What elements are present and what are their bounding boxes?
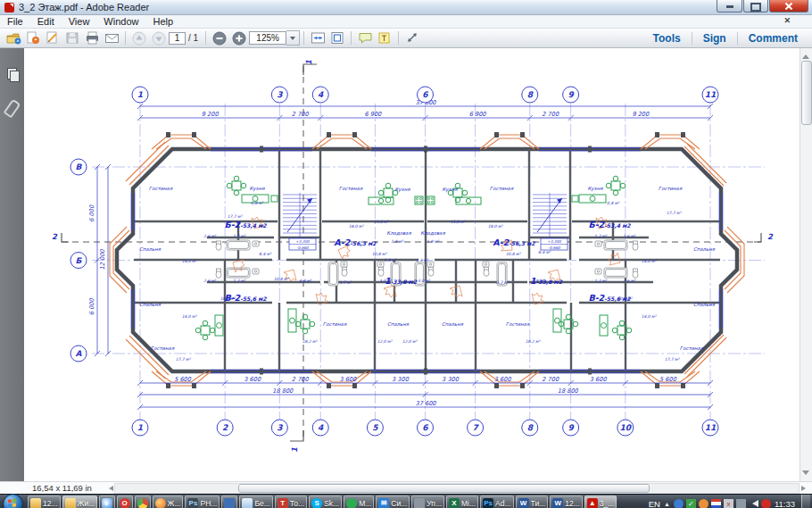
clock[interactable]: 11:33 (775, 499, 795, 508)
menu-edit[interactable]: Edit (30, 16, 62, 27)
flag-icon[interactable] (711, 499, 721, 508)
taskbar-button-total[interactable]: TТо... (275, 496, 307, 508)
title-bar[interactable]: 3_2 Этаж.pdf - Adobe Reader (0, 0, 812, 15)
restore-button[interactable] (743, 0, 768, 12)
taskbar-button-word[interactable]: W12... (550, 496, 583, 508)
horizontal-scrollbar[interactable] (114, 483, 800, 494)
fit-width-button[interactable] (309, 30, 327, 46)
zoom-out-button[interactable] (211, 30, 228, 46)
sign-pen-icon (46, 31, 60, 45)
attachments-icon[interactable] (7, 100, 17, 117)
page-size-label: 16,54 x 11,69 in (32, 483, 92, 493)
horizontal-scroll-thumb[interactable] (238, 484, 650, 493)
plan-label: 1,2 м² (233, 234, 246, 238)
taskbar-button-psgray[interactable]: PsPH... (185, 496, 220, 508)
create-pdf-button[interactable] (24, 30, 42, 46)
language-indicator[interactable]: EN (649, 499, 660, 508)
document-close-icon[interactable]: ✕ (783, 16, 791, 25)
shield-check-icon[interactable]: ✓ (686, 499, 696, 508)
sign-tab[interactable]: Sign (692, 32, 737, 45)
plan-label: 3,0 м² (379, 279, 393, 283)
taskbar-button-tool[interactable]: Уп... (411, 496, 444, 508)
fit-page-button[interactable] (328, 30, 346, 46)
taskbar-button-label: Си... (391, 499, 407, 508)
user-blue-icon[interactable] (674, 499, 684, 508)
scroll-right-icon[interactable] (801, 486, 808, 491)
menu-help[interactable]: Help (145, 16, 180, 27)
taskbar-button-firefox[interactable]: Ж... (153, 496, 184, 508)
share-button[interactable] (403, 30, 421, 46)
taskbar-button-label: Sk... (324, 499, 339, 508)
taskbar-button-bluewin[interactable]: Бе... (239, 496, 272, 508)
open-button[interactable] (4, 30, 22, 46)
scroll-down-icon[interactable] (802, 471, 809, 479)
volume-icon[interactable] (749, 500, 758, 507)
taskbar-button-mail[interactable]: ✉Си... (376, 496, 410, 508)
sign-pen-button[interactable] (44, 30, 62, 46)
ie-icon: e (102, 498, 112, 508)
adobe-reader-window: 3_2 Этаж.pdf - Adobe Reader File Edit Vi… (0, 0, 812, 508)
plan-label: 12,0 м² (402, 339, 418, 344)
menu-view[interactable]: View (62, 16, 97, 27)
vertical-scrollbar[interactable] (800, 48, 812, 481)
plan-label: 4 (318, 90, 324, 99)
zoom-level-value[interactable]: 125% (249, 31, 286, 45)
taskbar-button-folder[interactable]: Жи... (62, 496, 97, 508)
taskbar-button-ie[interactable]: e (99, 496, 115, 508)
network-error-icon[interactable]: x (724, 499, 733, 508)
taskbar-button-folder[interactable]: 12... (28, 496, 61, 508)
tray-expand-icon[interactable]: ▲ (664, 501, 670, 507)
next-page-button[interactable] (150, 30, 168, 46)
start-button[interactable] (3, 494, 23, 508)
taskbar-button-acrobat[interactable]: ▲3_... (584, 496, 617, 508)
show-desktop-button[interactable] (801, 495, 810, 508)
alert-icon[interactable] (761, 499, 771, 508)
tools-tab[interactable]: Tools (642, 32, 692, 45)
taskbar-button-word[interactable]: WТи... (516, 496, 549, 508)
previous-page-button[interactable] (130, 30, 148, 46)
plan-label: 1,2 м² (594, 234, 608, 238)
taskbar-button-ps[interactable]: PsAd... (480, 496, 513, 508)
taskbar-button-label: Ти... (531, 499, 546, 508)
email-button[interactable] (103, 30, 120, 46)
taskbar-button-agent[interactable]: М... (344, 496, 374, 508)
navigation-pane (0, 48, 24, 481)
comment-tab[interactable]: Comment (738, 32, 808, 45)
page-thumbnails-icon[interactable] (7, 68, 18, 80)
taskbar-button-chrome[interactable] (135, 496, 151, 508)
bluewin-icon (242, 498, 253, 508)
plan-label: Кладовая (386, 230, 411, 236)
plan-label: 18,2 м² (526, 339, 542, 344)
vertical-scroll-thumb[interactable] (801, 61, 812, 125)
messenger-icon[interactable] (699, 499, 708, 508)
text-note-button[interactable] (376, 30, 394, 46)
menu-window[interactable]: Window (96, 16, 145, 27)
close-button[interactable] (769, 0, 808, 12)
display-icon[interactable] (736, 499, 746, 508)
taskbar-button-excel[interactable]: XMi... (446, 496, 478, 508)
taskbar-button-skype[interactable]: SSk... (309, 496, 342, 508)
plan-label: 8,4 м² (259, 252, 272, 256)
comment-balloon-button[interactable] (356, 30, 374, 46)
plan-label: 37 600 (415, 400, 436, 407)
plan-label: 2,6 м² (623, 279, 636, 283)
minimize-button[interactable] (717, 0, 742, 12)
taskbar-button-bluesq[interactable] (221, 496, 237, 508)
page-number-input[interactable] (169, 32, 186, 45)
document-page[interactable]: 1122+3,300-0,660+3,300-0,6609 2002 7006 … (24, 48, 800, 481)
menu-file[interactable]: File (0, 16, 30, 27)
floor-plan-drawing: 1122+3,300-0,660+3,300-0,6609 2002 7006 … (24, 48, 800, 481)
plan-label: 6 900 (364, 111, 382, 118)
scroll-up-icon[interactable] (802, 51, 809, 59)
print-button[interactable] (83, 30, 101, 46)
plan-label: Гостиная (149, 186, 173, 191)
plan-label: 1,2 м² (233, 279, 246, 283)
plan-label: Спальня (693, 302, 716, 307)
scroll-left-icon[interactable] (106, 486, 113, 491)
zoom-dropdown-button[interactable] (286, 30, 300, 46)
zoom-in-button[interactable] (230, 30, 248, 46)
plan-label: 1,8 м² (391, 239, 404, 244)
save-button[interactable] (63, 30, 81, 46)
taskbar-button-opera[interactable]: O (117, 496, 133, 508)
plan-label: 2 (52, 232, 58, 241)
